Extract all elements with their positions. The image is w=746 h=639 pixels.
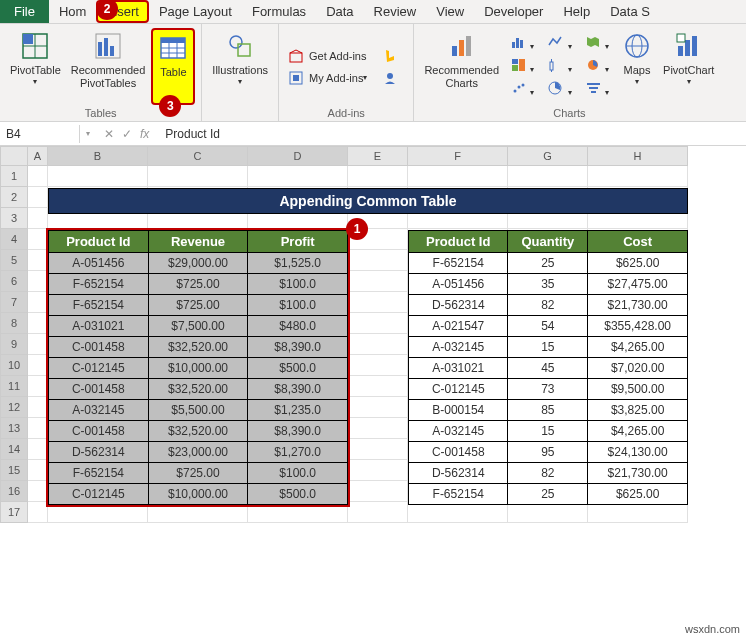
table-row[interactable]: C-001458$32,520.00$8,390.0 bbox=[49, 421, 348, 442]
row-header[interactable]: 7 bbox=[0, 292, 28, 313]
cell[interactable] bbox=[28, 481, 48, 502]
col-header[interactable]: F bbox=[408, 146, 508, 166]
cell[interactable] bbox=[28, 355, 48, 376]
table-row[interactable]: B-00015485$3,825.00 bbox=[409, 400, 688, 421]
row-header[interactable]: 6 bbox=[0, 271, 28, 292]
view-tab[interactable]: View bbox=[426, 0, 474, 23]
cell[interactable] bbox=[28, 166, 48, 187]
col-header[interactable]: C bbox=[148, 146, 248, 166]
row-header[interactable]: 15 bbox=[0, 460, 28, 481]
table-row[interactable]: D-562314$23,000.00$1,270.0 bbox=[49, 442, 348, 463]
cell[interactable] bbox=[508, 502, 588, 523]
col-header[interactable]: D bbox=[248, 146, 348, 166]
cell[interactable] bbox=[348, 397, 408, 418]
table-row[interactable]: C-00145895$24,130.00 bbox=[409, 442, 688, 463]
row-header[interactable]: 14 bbox=[0, 439, 28, 460]
col-header[interactable]: B bbox=[48, 146, 148, 166]
cell[interactable] bbox=[348, 334, 408, 355]
cell[interactable] bbox=[28, 334, 48, 355]
funnel-chart-button[interactable]: ▾ bbox=[586, 81, 609, 98]
rec-pivottables-button[interactable]: Recommended PivotTables bbox=[67, 28, 150, 105]
combo-chart-button[interactable]: ▾ bbox=[548, 81, 571, 98]
row-header[interactable]: 13 bbox=[0, 418, 28, 439]
col-header[interactable]: H bbox=[588, 146, 688, 166]
cell[interactable] bbox=[48, 166, 148, 187]
datas-tab[interactable]: Data S bbox=[600, 0, 660, 23]
cell[interactable] bbox=[348, 166, 408, 187]
table-right[interactable]: Product IdQuantityCost F-65215425$625.00… bbox=[408, 230, 688, 505]
cell[interactable] bbox=[28, 397, 48, 418]
cell[interactable] bbox=[348, 460, 408, 481]
cell[interactable] bbox=[508, 166, 588, 187]
namebox-dropdown[interactable]: ▾ bbox=[80, 129, 96, 138]
data-tab[interactable]: Data bbox=[316, 0, 363, 23]
row-header[interactable]: 5 bbox=[0, 250, 28, 271]
row-header[interactable]: 8 bbox=[0, 313, 28, 334]
line-chart-button[interactable]: ▾ bbox=[548, 35, 571, 52]
table-row[interactable]: A-03214515$4,265.00 bbox=[409, 337, 688, 358]
table-row[interactable]: C-01214573$9,500.00 bbox=[409, 379, 688, 400]
row-header[interactable]: 12 bbox=[0, 397, 28, 418]
table-row[interactable]: F-652154$725.00$100.0 bbox=[49, 463, 348, 484]
col-header[interactable]: G bbox=[508, 146, 588, 166]
row-header[interactable]: 9 bbox=[0, 334, 28, 355]
col-header[interactable]: A bbox=[28, 146, 48, 166]
cell[interactable] bbox=[28, 313, 48, 334]
table-row[interactable]: F-65215425$625.00 bbox=[409, 253, 688, 274]
table-row[interactable]: A-031021$7,500.00$480.0 bbox=[49, 316, 348, 337]
cell[interactable] bbox=[348, 418, 408, 439]
table-row[interactable]: C-001458$32,520.00$8,390.0 bbox=[49, 379, 348, 400]
table-row[interactable]: A-05145635$27,475.00 bbox=[409, 274, 688, 295]
cell[interactable] bbox=[28, 376, 48, 397]
formulas-tab[interactable]: Formulas bbox=[242, 0, 316, 23]
select-all-corner[interactable] bbox=[0, 146, 28, 166]
table-row[interactable]: A-032145$5,500.00$1,235.0 bbox=[49, 400, 348, 421]
cell[interactable] bbox=[588, 166, 688, 187]
cell[interactable] bbox=[348, 439, 408, 460]
my-addins-button[interactable]: My Add-ins ▾ bbox=[285, 68, 371, 88]
cell[interactable] bbox=[28, 460, 48, 481]
scatter-chart-button[interactable]: ▾ bbox=[511, 81, 534, 98]
cell[interactable] bbox=[48, 502, 148, 523]
cell[interactable] bbox=[248, 502, 348, 523]
table-row[interactable]: D-56231482$21,730.00 bbox=[409, 295, 688, 316]
cell[interactable] bbox=[348, 250, 408, 271]
table-row[interactable]: C-001458$32,520.00$8,390.0 bbox=[49, 337, 348, 358]
review-tab[interactable]: Review bbox=[364, 0, 427, 23]
cell[interactable] bbox=[148, 502, 248, 523]
table-left[interactable]: Product IdRevenueProfit A-051456$29,000.… bbox=[48, 230, 348, 505]
developer-tab[interactable]: Developer bbox=[474, 0, 553, 23]
people-button[interactable] bbox=[379, 68, 407, 88]
cell[interactable] bbox=[408, 502, 508, 523]
help-tab[interactable]: Help bbox=[553, 0, 600, 23]
pivottable-button[interactable]: PivotTable▾ bbox=[6, 28, 65, 105]
enter-icon[interactable]: ✓ bbox=[122, 127, 132, 141]
table-row[interactable]: A-02154754$355,428.00 bbox=[409, 316, 688, 337]
home-tab[interactable]: Hom bbox=[49, 0, 96, 23]
cell[interactable] bbox=[28, 418, 48, 439]
cell[interactable] bbox=[28, 229, 48, 250]
table-row[interactable]: F-65215425$625.00 bbox=[409, 484, 688, 505]
table-row[interactable]: C-012145$10,000.00$500.0 bbox=[49, 358, 348, 379]
formula-input[interactable]: Product Id bbox=[157, 125, 746, 143]
maps-button[interactable]: Maps▾ bbox=[617, 28, 657, 105]
bing-button[interactable] bbox=[379, 46, 407, 66]
table-row[interactable]: C-012145$10,000.00$500.0 bbox=[49, 484, 348, 505]
stat-chart-button[interactable]: ▾ bbox=[548, 58, 571, 75]
name-box[interactable]: B4 bbox=[0, 125, 80, 143]
table-row[interactable]: A-03102145$7,020.00 bbox=[409, 358, 688, 379]
table-row[interactable]: A-051456$29,000.00$1,525.0 bbox=[49, 253, 348, 274]
row-header[interactable]: 16 bbox=[0, 481, 28, 502]
fx-icon[interactable]: fx bbox=[140, 127, 149, 141]
cell[interactable] bbox=[148, 166, 248, 187]
cell[interactable] bbox=[408, 166, 508, 187]
col-header[interactable]: E bbox=[348, 146, 408, 166]
cell[interactable] bbox=[28, 208, 48, 229]
pivotchart-button[interactable]: PivotChart▾ bbox=[659, 28, 718, 105]
pagelayout-tab[interactable]: Page Layout bbox=[149, 0, 242, 23]
cell[interactable] bbox=[348, 355, 408, 376]
illustrations-button[interactable]: Illustrations▾ bbox=[208, 28, 272, 105]
cell[interactable] bbox=[348, 271, 408, 292]
row-header[interactable]: 2 bbox=[0, 187, 28, 208]
cell[interactable] bbox=[28, 502, 48, 523]
